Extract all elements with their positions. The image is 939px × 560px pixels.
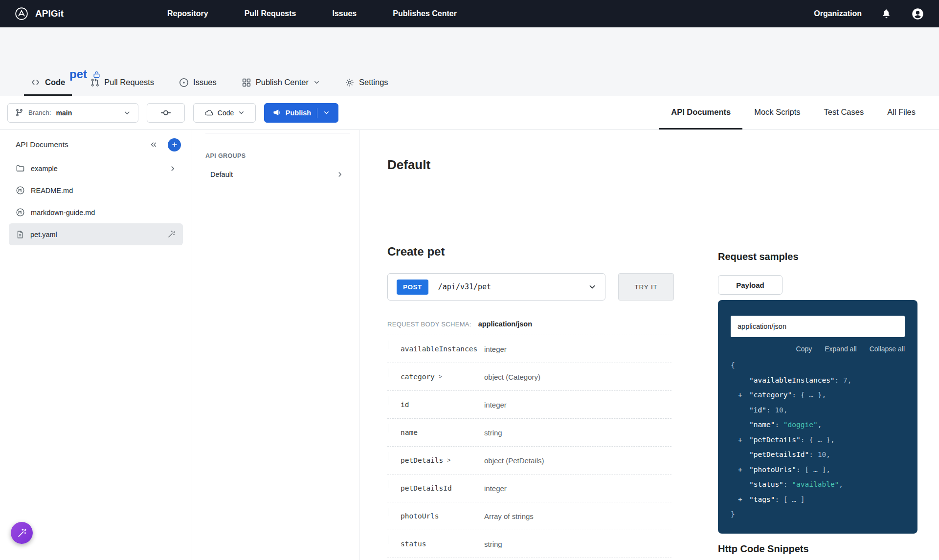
tab-label: Settings <box>359 78 388 87</box>
file-label: example <box>31 165 58 172</box>
navbar-right: Organization <box>814 7 924 21</box>
token: "category" <box>749 388 792 403</box>
brand[interactable]: APIGit <box>15 7 64 21</box>
nav-item-organization[interactable]: Organization <box>814 9 862 18</box>
schema-field-name: availableInstances <box>387 345 484 353</box>
token: { <box>731 358 735 373</box>
schema-field-row: petDetails>object (PetDetails) <box>387 447 671 474</box>
token: , <box>783 403 788 418</box>
git-commit-icon <box>161 108 171 118</box>
add-file-button[interactable] <box>168 138 181 151</box>
sample-panel: application/json CopyExpand allCollapse … <box>718 300 917 534</box>
file-icon <box>16 230 24 239</box>
publish-button-label: Publish <box>286 109 311 117</box>
wand-icon[interactable] <box>167 230 176 239</box>
schema-field-type: string <box>484 429 502 437</box>
token: , <box>826 447 830 462</box>
commits-button[interactable] <box>147 103 185 123</box>
endpoint-selector[interactable]: POST /api/v31/pet <box>387 273 605 301</box>
sidebar-item-markdown-guide-md[interactable]: markdown-guide.md <box>9 201 183 223</box>
schema-field-row: petDetailsIdinteger <box>387 474 671 502</box>
request-samples-title: Request samples <box>718 251 923 262</box>
nav-item-issues[interactable]: Issues <box>332 9 357 18</box>
http-code-snippets-title: Http Code Snippets <box>718 543 923 555</box>
view-tab-test-cases[interactable]: Test Cases <box>812 96 876 129</box>
token: { … } <box>801 388 822 403</box>
repo-tab-publish-center[interactable]: Publish Center <box>235 78 327 96</box>
sidebar-title: API Documents <box>16 140 68 149</box>
repo-tab-issues[interactable]: Issues <box>173 78 224 96</box>
code-line: "id": 10, <box>731 403 905 418</box>
markdown-icon <box>16 186 25 195</box>
token: "available" <box>792 477 839 492</box>
repo-tab-pull-requests[interactable]: Pull Requests <box>84 78 161 96</box>
user-avatar-icon[interactable] <box>911 7 924 21</box>
payload-tab[interactable]: Payload <box>718 275 782 295</box>
expand-toggle[interactable]: + <box>731 388 749 403</box>
publish-button[interactable]: Publish <box>264 103 338 123</box>
sidebar-item-example[interactable]: example <box>9 157 183 179</box>
chevron-right-icon: > <box>447 457 450 464</box>
schema-field-name[interactable]: category> <box>387 373 484 381</box>
file-label: README.md <box>31 187 73 194</box>
grid-icon <box>242 78 251 87</box>
schema-field-type: object (Category) <box>484 373 540 381</box>
plus-icon <box>171 141 178 148</box>
cloud-icon <box>204 108 213 117</box>
tab-label: Pull Requests <box>104 78 154 87</box>
code-line: +"photoUrls": [ … ], <box>731 462 905 477</box>
nav-item-pull-requests[interactable]: Pull Requests <box>245 9 296 18</box>
code-button-label: Code <box>218 109 234 117</box>
file-label: pet.yaml <box>30 231 57 238</box>
chevdown-icon <box>313 79 320 86</box>
view-tab-mock-scripts[interactable]: Mock Scripts <box>742 96 812 129</box>
view-tab-api-documents[interactable]: API Documents <box>659 96 742 129</box>
schema-field-row: idinteger <box>387 391 671 419</box>
http-method-badge: POST <box>397 280 428 295</box>
sidebar-header: API Documents <box>0 134 192 155</box>
doc-main: Default Create pet POST /api/v31/pet TRY… <box>359 130 939 560</box>
endpoint-path: /api/v31/pet <box>438 282 491 291</box>
schema-field-type: integer <box>484 401 507 409</box>
pr-icon <box>90 78 99 87</box>
chevron-right-icon: > <box>439 373 442 380</box>
expand-toggle[interactable]: + <box>731 432 749 448</box>
apigit-logo-icon <box>15 7 28 21</box>
token: "name" <box>749 417 775 432</box>
repo-tab-settings[interactable]: Settings <box>338 78 395 96</box>
token: : <box>792 388 800 403</box>
api-groups-list: Default <box>192 163 359 186</box>
branch-selector[interactable]: Branch: main <box>7 103 138 123</box>
sidebar-item-readme-md[interactable]: README.md <box>9 179 183 201</box>
sample-action-expand-all[interactable]: Expand all <box>825 345 856 353</box>
schema-field-name[interactable]: petDetails> <box>387 456 484 464</box>
magic-wand-icon <box>17 528 27 538</box>
api-group-default[interactable]: Default <box>192 163 359 186</box>
content-type-select[interactable]: application/json <box>731 316 905 337</box>
view-tab-all-files[interactable]: All Files <box>875 96 927 129</box>
code-dropdown-button[interactable]: Code <box>193 103 256 123</box>
expand-toggle[interactable]: + <box>731 492 749 507</box>
tab-label: Issues <box>193 78 217 87</box>
sample-action-copy[interactable]: Copy <box>796 345 812 353</box>
nav-item-repository[interactable]: Repository <box>167 9 208 18</box>
token: 10 <box>818 447 826 462</box>
chevright-icon <box>169 165 176 172</box>
nav-item-publishes-center[interactable]: Publishes Center <box>393 9 457 18</box>
schema-fields-table: availableInstancesintegercategory>object… <box>387 335 671 558</box>
token: , <box>839 477 843 492</box>
bell-icon[interactable] <box>881 9 892 19</box>
repo-tab-code[interactable]: Code <box>24 78 72 96</box>
token: : <box>796 462 805 477</box>
token: : <box>783 477 792 492</box>
view-tab-bar: API DocumentsMock ScriptsTest CasesAll F… <box>659 96 927 129</box>
git-branch-icon <box>15 108 23 117</box>
expand-toggle[interactable]: + <box>731 462 749 477</box>
branch-value: main <box>56 109 72 117</box>
magic-wand-fab[interactable] <box>11 522 33 544</box>
try-it-button[interactable]: TRY IT <box>618 273 674 301</box>
sidebar-item-pet-yaml[interactable]: pet.yaml <box>9 223 183 245</box>
sample-action-collapse-all[interactable]: Collapse all <box>870 345 905 353</box>
collapse-sidebar-icon[interactable] <box>149 140 158 149</box>
top-navbar: APIGit RepositoryPull RequestsIssuesPubl… <box>0 0 939 27</box>
